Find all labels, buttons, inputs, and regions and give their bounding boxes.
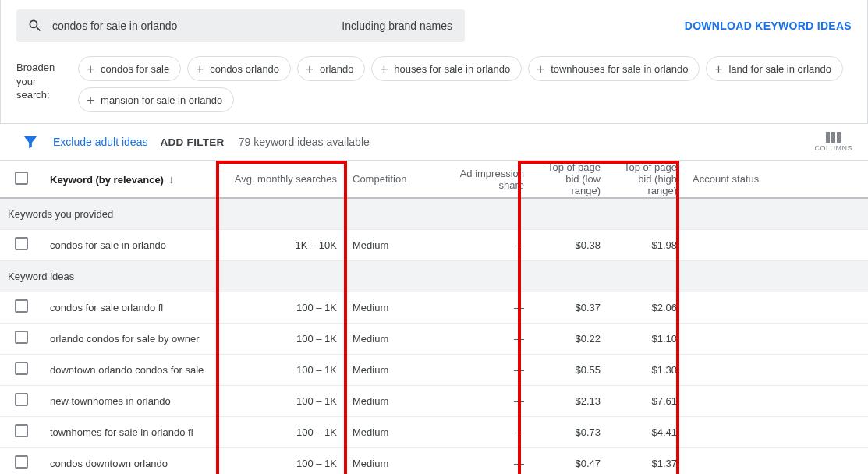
columns-button[interactable]: COLUMNS xyxy=(814,132,852,152)
section-label: Keyword ideas xyxy=(0,260,868,292)
filter-bar: Exclude adult ideas ADD FILTER 79 keywor… xyxy=(0,124,868,161)
cell-bid-high: $2.06 xyxy=(608,292,685,323)
col-impression-share[interactable]: Ad impression share xyxy=(443,161,532,198)
cell-bid-low: $0.37 xyxy=(532,292,608,323)
cell-bid-low: $0.73 xyxy=(532,416,608,447)
download-keyword-ideas-link[interactable]: DOWNLOAD KEYWORD IDEAS xyxy=(685,19,852,32)
chip-label: condos for sale xyxy=(101,63,169,75)
cell-bid-low: $0.22 xyxy=(532,323,608,354)
brand-mode[interactable]: Including brand names xyxy=(342,19,452,32)
col-bid-low[interactable]: Top of page bid (low range) xyxy=(532,161,608,198)
cell-searches: 100 – 1K xyxy=(214,354,345,385)
broaden-chip[interactable]: +condos orlando xyxy=(187,56,291,81)
plus-icon: + xyxy=(196,62,204,76)
row-checkbox[interactable] xyxy=(15,393,28,406)
cell-competition: Medium xyxy=(345,385,443,416)
plus-icon: + xyxy=(537,62,544,76)
cell-bid-low: $2.13 xyxy=(532,385,608,416)
cell-competition: Medium xyxy=(345,416,443,447)
row-checkbox[interactable] xyxy=(15,331,28,344)
col-keyword[interactable]: Keyword (by relevance)↓ xyxy=(42,161,214,198)
row-checkbox[interactable] xyxy=(15,237,28,250)
columns-label: COLUMNS xyxy=(814,144,852,152)
cell-competition: Medium xyxy=(345,323,443,354)
plus-icon: + xyxy=(87,62,94,76)
cell xyxy=(0,229,42,260)
cell-impression: — xyxy=(443,416,532,447)
select-all-checkbox[interactable] xyxy=(15,172,28,185)
cell-searches: 1K – 10K xyxy=(214,229,345,260)
col-bid-high[interactable]: Top of page bid (high range) xyxy=(608,161,685,198)
cell-impression: — xyxy=(443,229,532,260)
cell-impression: — xyxy=(443,385,532,416)
broaden-chip[interactable]: +houses for sale in orlando xyxy=(371,56,522,81)
row-checkbox[interactable] xyxy=(15,362,28,375)
filter-icon[interactable] xyxy=(22,133,39,150)
row-checkbox[interactable] xyxy=(15,424,28,437)
chip-label: houses for sale in orlando xyxy=(394,63,510,75)
col-competition[interactable]: Competition xyxy=(345,161,443,198)
cell-bid-low: $0.55 xyxy=(532,354,608,385)
cell xyxy=(0,385,42,416)
table-row: orlando condos for sale by owner100 – 1K… xyxy=(0,323,868,354)
cell xyxy=(0,447,42,474)
cell-keyword: townhomes for sale in orlando fl xyxy=(42,416,214,447)
cell xyxy=(0,323,42,354)
cell-status xyxy=(685,447,868,474)
col-avg-searches[interactable]: Avg. monthly searches xyxy=(214,161,345,198)
chip-label: townhouses for sale in orlando xyxy=(551,63,688,75)
cell-keyword: orlando condos for sale by owner xyxy=(42,323,214,354)
add-filter-button[interactable]: ADD FILTER xyxy=(160,136,224,148)
broaden-row: Broaden your search: +condos for sale+co… xyxy=(16,56,852,112)
cell xyxy=(0,416,42,447)
cell-bid-high: $1.98 xyxy=(608,229,685,260)
cell-searches: 100 – 1K xyxy=(214,292,345,323)
table-row: condos for sale in orlando1K – 10KMedium… xyxy=(0,229,868,260)
col-account-status[interactable]: Account status xyxy=(685,161,868,198)
cell xyxy=(0,292,42,323)
exclude-adult-ideas-link[interactable]: Exclude adult ideas xyxy=(53,136,147,148)
cell-competition: Medium xyxy=(345,447,443,474)
cell-bid-high: $4.41 xyxy=(608,416,685,447)
cell-status xyxy=(685,292,868,323)
cell-bid-high: $1.30 xyxy=(608,354,685,385)
cell-impression: — xyxy=(443,292,532,323)
table-row: downtown orlando condos for sale100 – 1K… xyxy=(0,354,868,385)
search-query: condos for sale in orlando xyxy=(52,19,342,32)
section-label: Keywords you provided xyxy=(0,198,868,229)
cell-bid-high: $7.61 xyxy=(608,385,685,416)
cell-searches: 100 – 1K xyxy=(214,416,345,447)
broaden-chips: +condos for sale+condos orlando+orlando+… xyxy=(78,56,852,112)
row-checkbox[interactable] xyxy=(15,455,28,469)
cell-competition: Medium xyxy=(345,229,443,260)
cell-status xyxy=(685,354,868,385)
cell-keyword: condos for sale in orlando xyxy=(42,229,214,260)
broaden-label: Broaden your search: xyxy=(16,56,67,102)
broaden-chip[interactable]: +land for sale in orlando xyxy=(706,56,842,81)
cell-searches: 100 – 1K xyxy=(214,323,345,354)
table-row: townhomes for sale in orlando fl100 – 1K… xyxy=(0,416,868,447)
cell-status xyxy=(685,229,868,260)
cell-competition: Medium xyxy=(345,292,443,323)
row-checkbox[interactable] xyxy=(15,299,28,313)
keyword-table: Keyword (by relevance)↓ Avg. monthly sea… xyxy=(0,161,868,474)
section-row: Keyword ideas xyxy=(0,260,868,292)
cell-impression: — xyxy=(443,323,532,354)
chip-label: land for sale in orlando xyxy=(728,63,831,75)
broaden-chip[interactable]: +townhouses for sale in orlando xyxy=(528,56,700,81)
top-panel: condos for sale in orlando Including bra… xyxy=(0,0,868,124)
chip-label: condos orlando xyxy=(210,63,279,75)
cell-keyword: condos downtown orlando xyxy=(42,447,214,474)
cell-keyword: downtown orlando condos for sale xyxy=(42,354,214,385)
broaden-chip[interactable]: +mansion for sale in orlando xyxy=(78,87,234,112)
sort-arrow-down-icon: ↓ xyxy=(168,173,174,186)
plus-icon: + xyxy=(87,94,94,107)
broaden-chip[interactable]: +condos for sale xyxy=(78,56,181,81)
cell xyxy=(0,354,42,385)
broaden-chip[interactable]: +orlando xyxy=(297,56,365,81)
cell-status xyxy=(685,385,868,416)
search-box[interactable]: condos for sale in orlando Including bra… xyxy=(16,9,465,42)
table-header-row: Keyword (by relevance)↓ Avg. monthly sea… xyxy=(0,161,868,198)
cell-competition: Medium xyxy=(345,354,443,385)
search-row: condos for sale in orlando Including bra… xyxy=(16,9,852,42)
